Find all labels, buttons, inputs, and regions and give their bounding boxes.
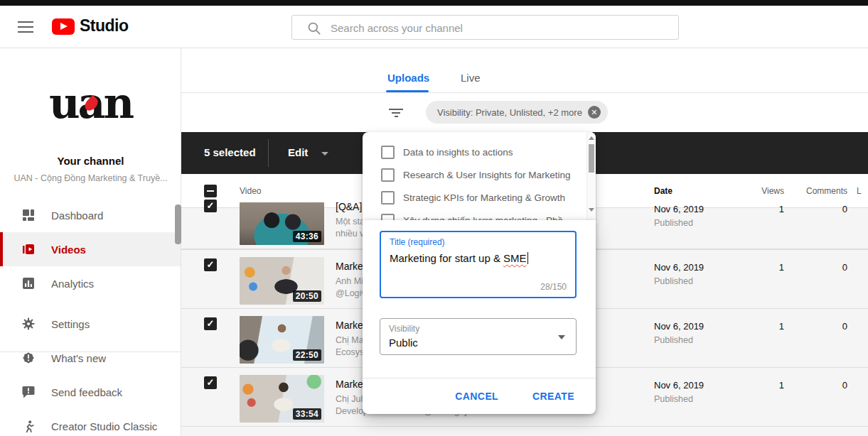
sidebar-item-label: Dashboard <box>51 209 103 222</box>
column-header-comments[interactable]: Comments <box>789 186 847 196</box>
popup-scrollbar[interactable] <box>586 132 596 220</box>
sidebar-item-label: Settings <box>51 318 90 330</box>
char-counter: 28/150 <box>540 282 567 292</box>
product-name[interactable]: Studio <box>80 16 129 36</box>
check-icon: ✓ <box>207 200 215 211</box>
search-input[interactable] <box>329 16 666 40</box>
create-playlist-dialog: Title (required) Marketing for start up … <box>363 220 596 414</box>
playlist-select-popup: Data to insights to actions Research & U… <box>363 132 596 220</box>
row-checkbox[interactable]: ✓ <box>204 258 217 271</box>
visibility-filter-chip[interactable]: Visibility: Private, Unlisted, +2 more ✕ <box>426 101 608 124</box>
visibility-value: Public <box>389 337 418 349</box>
toolbar-divider <box>268 139 269 167</box>
select-all-checkbox[interactable] <box>204 185 217 197</box>
search-icon <box>306 21 322 36</box>
title-field[interactable]: Title (required) Marketing for start up … <box>380 231 577 298</box>
row-checkbox[interactable]: ✓ <box>204 317 217 330</box>
feedback-bubble-icon <box>21 385 36 399</box>
sidebar-item-send-feedback[interactable]: Send feedback <box>0 375 181 409</box>
video-comments: 0 <box>789 321 847 332</box>
tab-uploads[interactable]: Uploads <box>387 72 429 84</box>
channel-name: UAN - Cộng Đồng Marketing & Truyề... <box>0 173 181 183</box>
title-field-value[interactable]: Marketing for start up & SME <box>390 252 528 264</box>
top-black-strip <box>0 0 868 6</box>
playlist-option-label: Data to insights to actions <box>403 147 513 158</box>
duration-badge: 20:50 <box>293 290 321 302</box>
checkbox-icon[interactable] <box>381 191 395 205</box>
video-views: 1 <box>722 321 784 332</box>
playlist-option[interactable]: Research & User Insights for Marketing <box>363 163 583 186</box>
text-cursor <box>527 252 529 264</box>
tab-live[interactable]: Live <box>461 72 481 84</box>
sidebar-item-whats-new[interactable]: What's new <box>0 341 181 375</box>
youtube-studio-screen: Studio uan Your channel UAN - Cộng Đồng … <box>0 0 868 436</box>
sidebar-item-label: Analytics <box>51 278 94 290</box>
playlist-option[interactable]: Data to insights to actions <box>363 141 583 163</box>
video-status: Published <box>654 218 693 228</box>
video-comments: 0 <box>789 262 847 273</box>
filter-icon[interactable] <box>389 109 403 119</box>
sidebar-item-settings[interactable]: Settings <box>0 307 181 341</box>
duration-badge: 22:50 <box>293 349 321 361</box>
create-button[interactable]: CREATE <box>528 390 579 403</box>
cancel-button[interactable]: CANCEL <box>451 390 503 403</box>
row-checkbox[interactable]: ✓ <box>204 376 217 389</box>
check-icon: ✓ <box>207 377 215 388</box>
youtube-play-icon <box>60 23 68 30</box>
misspelled-word: SME <box>503 252 527 264</box>
filter-bar: Visibility: Private, Unlisted, +2 more ✕ <box>181 93 868 132</box>
sidebar-item-label: Send feedback <box>51 386 122 398</box>
duration-badge: 43:36 <box>293 231 321 242</box>
tab-active-underline <box>386 90 429 92</box>
video-views: 1 <box>722 262 784 273</box>
gear-icon <box>21 317 36 331</box>
table-row[interactable] <box>181 426 868 436</box>
duration-badge: 33:54 <box>293 408 321 420</box>
your-channel-label: Your channel <box>0 155 181 167</box>
visibility-dropdown[interactable]: Visibility Public <box>380 318 577 355</box>
video-comments: 0 <box>789 380 847 391</box>
scrollbar-thumb[interactable] <box>175 205 181 244</box>
dropdown-caret-icon[interactable] <box>558 335 565 339</box>
column-header-video[interactable]: Video <box>240 186 261 196</box>
filter-chip-label: Visibility: Private, Unlisted, +2 more <box>437 107 582 118</box>
checkbox-icon[interactable] <box>381 214 395 221</box>
videos-icon <box>21 242 36 256</box>
video-thumbnail[interactable]: 22:50 <box>240 316 324 364</box>
sidebar-item-label: Videos <box>51 244 86 256</box>
playlist-option[interactable]: Xây dựng chiến lược marketing - Phầ... <box>363 209 583 220</box>
video-date: Nov 6, 2019 <box>654 321 704 332</box>
sidebar-item-dashboard[interactable]: Dashboard <box>0 198 181 232</box>
playlist-option-label: Xây dựng chiến lược marketing - Phầ... <box>403 215 571 221</box>
video-status: Published <box>654 276 693 286</box>
column-header-date[interactable]: Date <box>654 186 673 196</box>
sidebar-item-videos[interactable]: Videos <box>0 232 181 266</box>
hamburger-menu-icon[interactable] <box>18 21 33 33</box>
title-field-label: Title (required) <box>390 237 445 247</box>
column-header-likes-clipped[interactable]: L <box>857 186 862 196</box>
analytics-icon <box>21 276 36 290</box>
edit-button[interactable]: Edit <box>288 146 308 158</box>
scroll-up-icon[interactable] <box>589 136 594 140</box>
sidebar-item-creator-studio-classic[interactable]: Creator Studio Classic <box>0 409 181 436</box>
column-header-views[interactable]: Views <box>722 186 784 196</box>
search-box[interactable] <box>291 15 679 40</box>
video-thumbnail[interactable]: 20:50 <box>240 257 324 305</box>
video-status: Published <box>654 394 693 404</box>
playlist-option[interactable]: Strategic KPIs for Marketing & Growth <box>363 186 583 209</box>
checkbox-icon[interactable] <box>381 146 395 159</box>
sidebar-item-analytics[interactable]: Analytics <box>0 266 181 300</box>
video-thumbnail[interactable]: 43:36 <box>240 202 324 245</box>
sidebar-item-label: Creator Studio Classic <box>51 420 157 432</box>
sidebar: uan Your channel UAN - Cộng Đồng Marketi… <box>0 48 181 436</box>
row-checkbox[interactable]: ✓ <box>204 200 217 212</box>
checkbox-icon[interactable] <box>381 168 395 182</box>
chevron-down-icon[interactable] <box>321 152 328 156</box>
scroll-down-icon[interactable] <box>589 208 594 212</box>
popup-scrollbar-thumb[interactable] <box>589 144 594 173</box>
running-person-icon <box>21 419 36 433</box>
video-status: Published <box>654 335 693 345</box>
video-thumbnail[interactable]: 33:54 <box>240 375 324 423</box>
video-date: Nov 6, 2019 <box>654 262 704 273</box>
chip-close-icon[interactable]: ✕ <box>588 106 601 119</box>
